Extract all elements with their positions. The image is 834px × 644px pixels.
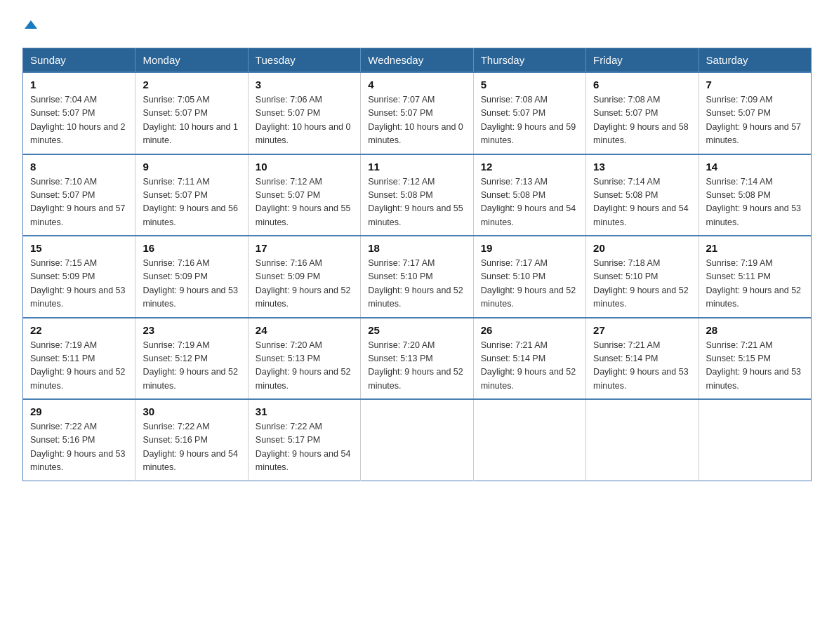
day-info: Sunrise: 7:10 AM Sunset: 5:07 PM Dayligh… — [30, 175, 128, 230]
day-info: Sunrise: 7:13 AM Sunset: 5:08 PM Dayligh… — [481, 175, 578, 230]
calendar-cell: 14 Sunrise: 7:14 AM Sunset: 5:08 PM Dayl… — [699, 154, 811, 236]
weekday-header-sunday: Sunday — [23, 48, 135, 73]
calendar-cell — [473, 399, 585, 481]
day-info: Sunrise: 7:08 AM Sunset: 5:07 PM Dayligh… — [481, 93, 578, 148]
weekday-header-wednesday: Wednesday — [361, 48, 473, 73]
day-info: Sunrise: 7:09 AM Sunset: 5:07 PM Dayligh… — [706, 93, 804, 148]
calendar-cell: 30 Sunrise: 7:22 AM Sunset: 5:16 PM Dayl… — [135, 399, 248, 481]
calendar-cell: 7 Sunrise: 7:09 AM Sunset: 5:07 PM Dayli… — [699, 72, 811, 154]
day-info: Sunrise: 7:11 AM Sunset: 5:07 PM Dayligh… — [143, 175, 240, 230]
day-info: Sunrise: 7:16 AM Sunset: 5:09 PM Dayligh… — [143, 257, 240, 311]
calendar-cell: 13 Sunrise: 7:14 AM Sunset: 5:08 PM Dayl… — [586, 154, 699, 236]
day-number: 18 — [368, 242, 465, 254]
calendar-cell: 5 Sunrise: 7:08 AM Sunset: 5:07 PM Dayli… — [473, 72, 585, 154]
calendar-cell: 17 Sunrise: 7:16 AM Sunset: 5:09 PM Dayl… — [248, 236, 360, 318]
day-number: 10 — [256, 161, 353, 173]
calendar-cell: 2 Sunrise: 7:05 AM Sunset: 5:07 PM Dayli… — [135, 72, 248, 154]
day-number: 9 — [143, 161, 240, 173]
day-info: Sunrise: 7:05 AM Sunset: 5:07 PM Dayligh… — [143, 93, 240, 148]
week-row-5: 29 Sunrise: 7:22 AM Sunset: 5:16 PM Dayl… — [23, 399, 812, 481]
day-number: 31 — [256, 405, 353, 417]
day-number: 29 — [30, 405, 128, 417]
calendar-cell: 4 Sunrise: 7:07 AM Sunset: 5:07 PM Dayli… — [361, 72, 473, 154]
day-info: Sunrise: 7:08 AM Sunset: 5:07 PM Dayligh… — [593, 93, 691, 148]
weekday-header-row: SundayMondayTuesdayWednesdayThursdayFrid… — [23, 48, 812, 73]
logo-top — [22, 17, 37, 35]
calendar-cell: 10 Sunrise: 7:12 AM Sunset: 5:07 PM Dayl… — [248, 154, 360, 236]
weekday-header-saturday: Saturday — [699, 48, 811, 73]
logo-triangle-icon — [25, 18, 37, 31]
day-info: Sunrise: 7:19 AM Sunset: 5:11 PM Dayligh… — [706, 257, 804, 311]
calendar-cell: 8 Sunrise: 7:10 AM Sunset: 5:07 PM Dayli… — [23, 154, 135, 236]
day-info: Sunrise: 7:12 AM Sunset: 5:07 PM Dayligh… — [256, 175, 353, 230]
day-info: Sunrise: 7:17 AM Sunset: 5:10 PM Dayligh… — [368, 257, 465, 311]
day-number: 3 — [256, 79, 353, 90]
weekday-header-thursday: Thursday — [473, 48, 585, 73]
calendar-cell: 20 Sunrise: 7:18 AM Sunset: 5:10 PM Dayl… — [586, 236, 699, 318]
calendar-cell: 23 Sunrise: 7:19 AM Sunset: 5:12 PM Dayl… — [135, 318, 248, 400]
weekday-header-monday: Monday — [135, 48, 248, 73]
calendar-cell: 31 Sunrise: 7:22 AM Sunset: 5:17 PM Dayl… — [248, 399, 360, 481]
calendar-cell: 9 Sunrise: 7:11 AM Sunset: 5:07 PM Dayli… — [135, 154, 248, 236]
day-number: 17 — [256, 242, 353, 254]
day-number: 1 — [30, 79, 128, 90]
day-number: 28 — [706, 324, 804, 336]
day-info: Sunrise: 7:20 AM Sunset: 5:13 PM Dayligh… — [256, 339, 353, 394]
week-row-4: 22 Sunrise: 7:19 AM Sunset: 5:11 PM Dayl… — [23, 318, 812, 400]
day-info: Sunrise: 7:19 AM Sunset: 5:11 PM Dayligh… — [30, 339, 128, 394]
day-number: 19 — [481, 242, 578, 254]
day-number: 30 — [143, 405, 240, 417]
calendar-cell: 18 Sunrise: 7:17 AM Sunset: 5:10 PM Dayl… — [361, 236, 473, 318]
day-info: Sunrise: 7:17 AM Sunset: 5:10 PM Dayligh… — [481, 257, 578, 311]
calendar-cell: 19 Sunrise: 7:17 AM Sunset: 5:10 PM Dayl… — [473, 236, 585, 318]
day-info: Sunrise: 7:07 AM Sunset: 5:07 PM Dayligh… — [368, 93, 465, 148]
calendar-cell: 28 Sunrise: 7:21 AM Sunset: 5:15 PM Dayl… — [699, 318, 811, 400]
week-row-1: 1 Sunrise: 7:04 AM Sunset: 5:07 PM Dayli… — [23, 72, 812, 154]
calendar-cell: 24 Sunrise: 7:20 AM Sunset: 5:13 PM Dayl… — [248, 318, 360, 400]
day-number: 11 — [368, 161, 465, 173]
calendar-cell — [586, 399, 699, 481]
calendar-cell: 12 Sunrise: 7:13 AM Sunset: 5:08 PM Dayl… — [473, 154, 585, 236]
day-number: 27 — [593, 324, 691, 336]
page-header — [22, 17, 812, 35]
day-number: 8 — [30, 161, 128, 173]
week-row-2: 8 Sunrise: 7:10 AM Sunset: 5:07 PM Dayli… — [23, 154, 812, 236]
calendar-cell: 26 Sunrise: 7:21 AM Sunset: 5:14 PM Dayl… — [473, 318, 585, 400]
day-info: Sunrise: 7:20 AM Sunset: 5:13 PM Dayligh… — [368, 339, 465, 394]
day-number: 4 — [368, 79, 465, 90]
day-number: 16 — [143, 242, 240, 254]
calendar-cell: 11 Sunrise: 7:12 AM Sunset: 5:08 PM Dayl… — [361, 154, 473, 236]
day-number: 13 — [593, 161, 691, 173]
day-number: 26 — [481, 324, 578, 336]
day-info: Sunrise: 7:22 AM Sunset: 5:16 PM Dayligh… — [30, 420, 128, 475]
day-info: Sunrise: 7:12 AM Sunset: 5:08 PM Dayligh… — [368, 175, 465, 230]
day-info: Sunrise: 7:22 AM Sunset: 5:16 PM Dayligh… — [143, 420, 240, 475]
day-number: 2 — [143, 79, 240, 90]
day-number: 25 — [368, 324, 465, 336]
day-number: 6 — [593, 79, 691, 90]
day-info: Sunrise: 7:19 AM Sunset: 5:12 PM Dayligh… — [143, 339, 240, 394]
day-info: Sunrise: 7:15 AM Sunset: 5:09 PM Dayligh… — [30, 257, 128, 311]
day-number: 23 — [143, 324, 240, 336]
calendar-cell: 22 Sunrise: 7:19 AM Sunset: 5:11 PM Dayl… — [23, 318, 135, 400]
calendar-cell: 25 Sunrise: 7:20 AM Sunset: 5:13 PM Dayl… — [361, 318, 473, 400]
day-number: 24 — [256, 324, 353, 336]
calendar-cell: 27 Sunrise: 7:21 AM Sunset: 5:14 PM Dayl… — [586, 318, 699, 400]
day-info: Sunrise: 7:04 AM Sunset: 5:07 PM Dayligh… — [30, 93, 128, 148]
day-number: 15 — [30, 242, 128, 254]
calendar-cell: 6 Sunrise: 7:08 AM Sunset: 5:07 PM Dayli… — [586, 72, 699, 154]
day-number: 21 — [706, 242, 804, 254]
calendar-cell: 3 Sunrise: 7:06 AM Sunset: 5:07 PM Dayli… — [248, 72, 360, 154]
day-number: 22 — [30, 324, 128, 336]
calendar-cell: 15 Sunrise: 7:15 AM Sunset: 5:09 PM Dayl… — [23, 236, 135, 318]
day-number: 20 — [593, 242, 691, 254]
day-info: Sunrise: 7:06 AM Sunset: 5:07 PM Dayligh… — [256, 93, 353, 148]
day-number: 5 — [481, 79, 578, 90]
svg-marker-0 — [25, 20, 37, 29]
calendar-cell: 29 Sunrise: 7:22 AM Sunset: 5:16 PM Dayl… — [23, 399, 135, 481]
weekday-header-friday: Friday — [586, 48, 699, 73]
calendar-cell: 21 Sunrise: 7:19 AM Sunset: 5:11 PM Dayl… — [699, 236, 811, 318]
week-row-3: 15 Sunrise: 7:15 AM Sunset: 5:09 PM Dayl… — [23, 236, 812, 318]
weekday-header-tuesday: Tuesday — [248, 48, 360, 73]
day-info: Sunrise: 7:22 AM Sunset: 5:17 PM Dayligh… — [256, 420, 353, 475]
